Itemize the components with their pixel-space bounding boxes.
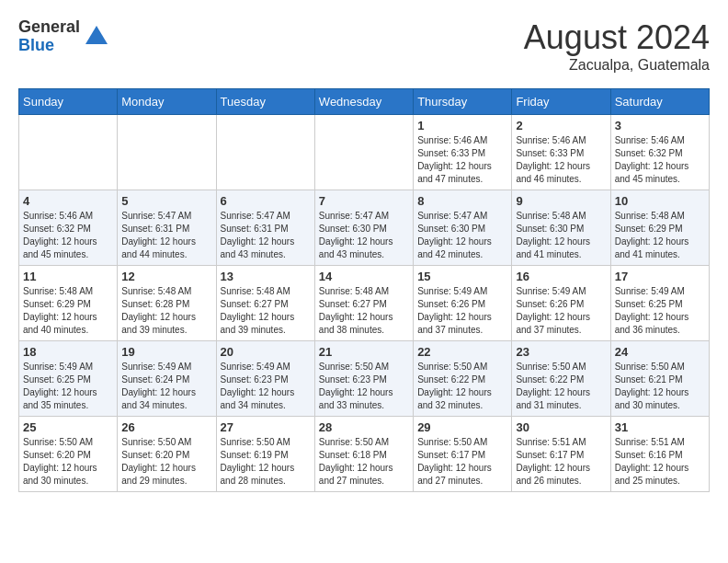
day-info: Sunrise: 5:50 AM Sunset: 6:19 PM Dayligh… [221,436,311,488]
day-number: 18 [23,345,113,359]
day-info: Sunrise: 5:47 AM Sunset: 6:30 PM Dayligh… [417,210,507,261]
calendar-header-row: SundayMondayTuesdayWednesdayThursdayFrid… [19,89,710,115]
day-info: Sunrise: 5:49 AM Sunset: 6:25 PM Dayligh… [615,285,705,337]
day-number: 11 [23,270,113,283]
logo-icon [84,24,109,50]
day-number: 4 [23,194,113,208]
calendar-cell: 9Sunrise: 5:48 AM Sunset: 6:30 PM Daylig… [512,190,610,266]
calendar-cell: 3Sunrise: 5:46 AM Sunset: 6:32 PM Daylig… [610,115,709,190]
day-number: 7 [319,194,409,208]
calendar-week-row: 4Sunrise: 5:46 AM Sunset: 6:32 PM Daylig… [19,190,710,266]
calendar-cell: 10Sunrise: 5:48 AM Sunset: 6:29 PM Dayli… [610,190,709,266]
calendar-header-saturday: Saturday [610,89,709,115]
day-number: 6 [221,194,311,208]
day-number: 15 [417,270,507,283]
day-info: Sunrise: 5:47 AM Sunset: 6:31 PM Dayligh… [221,210,311,261]
calendar-week-row: 11Sunrise: 5:48 AM Sunset: 6:29 PM Dayli… [19,266,710,341]
day-number: 22 [417,345,507,359]
day-number: 12 [121,270,211,283]
calendar-cell [216,115,314,190]
calendar-cell: 4Sunrise: 5:46 AM Sunset: 6:32 PM Daylig… [19,190,118,266]
calendar-cell: 31Sunrise: 5:51 AM Sunset: 6:16 PM Dayli… [610,417,709,492]
day-number: 17 [615,270,705,283]
day-info: Sunrise: 5:49 AM Sunset: 6:26 PM Dayligh… [417,285,507,337]
calendar-table: SundayMondayTuesdayWednesdayThursdayFrid… [18,88,710,492]
day-info: Sunrise: 5:47 AM Sunset: 6:30 PM Dayligh… [319,210,409,261]
day-info: Sunrise: 5:48 AM Sunset: 6:27 PM Dayligh… [319,285,409,337]
day-number: 26 [121,420,211,434]
calendar-cell: 26Sunrise: 5:50 AM Sunset: 6:20 PM Dayli… [118,417,216,492]
day-number: 16 [516,270,606,283]
calendar-cell: 19Sunrise: 5:49 AM Sunset: 6:24 PM Dayli… [118,341,216,417]
day-info: Sunrise: 5:46 AM Sunset: 6:32 PM Dayligh… [615,134,705,186]
title-area: August 2024 Zacualpa, Guatemala [524,18,710,74]
day-info: Sunrise: 5:50 AM Sunset: 6:22 PM Dayligh… [516,361,606,412]
day-number: 23 [516,345,606,359]
day-number: 29 [417,420,507,434]
calendar-week-row: 25Sunrise: 5:50 AM Sunset: 6:20 PM Dayli… [19,417,710,492]
calendar-header-friday: Friday [512,89,610,115]
day-number: 31 [615,420,705,434]
calendar-cell: 24Sunrise: 5:50 AM Sunset: 6:21 PM Dayli… [610,341,709,417]
calendar-cell: 13Sunrise: 5:48 AM Sunset: 6:27 PM Dayli… [216,266,314,341]
calendar-cell: 17Sunrise: 5:49 AM Sunset: 6:25 PM Dayli… [610,266,709,341]
day-number: 1 [417,119,507,132]
day-number: 2 [516,119,606,132]
day-number: 8 [417,194,507,208]
day-info: Sunrise: 5:50 AM Sunset: 6:18 PM Dayligh… [319,436,409,488]
logo-blue-text: Blue [18,37,80,55]
day-info: Sunrise: 5:51 AM Sunset: 6:17 PM Dayligh… [516,436,606,488]
calendar-header-sunday: Sunday [19,89,118,115]
day-number: 13 [221,270,311,283]
calendar-header-wednesday: Wednesday [314,89,413,115]
calendar-cell: 28Sunrise: 5:50 AM Sunset: 6:18 PM Dayli… [314,417,413,492]
location-subtitle: Zacualpa, Guatemala [524,57,710,74]
day-number: 21 [319,345,409,359]
calendar-cell: 20Sunrise: 5:49 AM Sunset: 6:23 PM Dayli… [216,341,314,417]
logo: General Blue [18,18,109,55]
day-info: Sunrise: 5:48 AM Sunset: 6:27 PM Dayligh… [221,285,311,337]
day-info: Sunrise: 5:50 AM Sunset: 6:20 PM Dayligh… [23,436,113,488]
day-info: Sunrise: 5:46 AM Sunset: 6:32 PM Dayligh… [23,210,113,261]
calendar-cell: 14Sunrise: 5:48 AM Sunset: 6:27 PM Dayli… [314,266,413,341]
calendar-cell: 15Sunrise: 5:49 AM Sunset: 6:26 PM Dayli… [414,266,512,341]
header: General Blue August 2024 Zacualpa, Guate… [18,18,710,74]
calendar-cell [19,115,118,190]
calendar-cell [118,115,216,190]
day-info: Sunrise: 5:50 AM Sunset: 6:21 PM Dayligh… [615,361,705,412]
calendar-cell: 22Sunrise: 5:50 AM Sunset: 6:22 PM Dayli… [414,341,512,417]
day-info: Sunrise: 5:50 AM Sunset: 6:20 PM Dayligh… [121,436,211,488]
day-info: Sunrise: 5:49 AM Sunset: 6:24 PM Dayligh… [121,361,211,412]
calendar-header-monday: Monday [118,89,216,115]
day-info: Sunrise: 5:50 AM Sunset: 6:17 PM Dayligh… [417,436,507,488]
day-info: Sunrise: 5:49 AM Sunset: 6:26 PM Dayligh… [516,285,606,337]
calendar-header-tuesday: Tuesday [216,89,314,115]
day-info: Sunrise: 5:49 AM Sunset: 6:25 PM Dayligh… [23,361,113,412]
day-number: 5 [121,194,211,208]
calendar-header-thursday: Thursday [414,89,512,115]
day-number: 24 [615,345,705,359]
calendar-week-row: 18Sunrise: 5:49 AM Sunset: 6:25 PM Dayli… [19,341,710,417]
calendar-cell: 27Sunrise: 5:50 AM Sunset: 6:19 PM Dayli… [216,417,314,492]
day-info: Sunrise: 5:50 AM Sunset: 6:22 PM Dayligh… [417,361,507,412]
day-info: Sunrise: 5:48 AM Sunset: 6:28 PM Dayligh… [121,285,211,337]
day-info: Sunrise: 5:46 AM Sunset: 6:33 PM Dayligh… [417,134,507,186]
calendar-cell: 21Sunrise: 5:50 AM Sunset: 6:23 PM Dayli… [314,341,413,417]
day-info: Sunrise: 5:51 AM Sunset: 6:16 PM Dayligh… [615,436,705,488]
day-number: 19 [121,345,211,359]
day-number: 3 [615,119,705,132]
calendar-cell: 18Sunrise: 5:49 AM Sunset: 6:25 PM Dayli… [19,341,118,417]
day-number: 25 [23,420,113,434]
day-info: Sunrise: 5:49 AM Sunset: 6:23 PM Dayligh… [221,361,311,412]
calendar-cell: 12Sunrise: 5:48 AM Sunset: 6:28 PM Dayli… [118,266,216,341]
day-number: 20 [221,345,311,359]
day-number: 10 [615,194,705,208]
logo-general-text: General [18,18,80,37]
calendar-cell: 25Sunrise: 5:50 AM Sunset: 6:20 PM Dayli… [19,417,118,492]
day-info: Sunrise: 5:50 AM Sunset: 6:23 PM Dayligh… [319,361,409,412]
calendar-cell: 29Sunrise: 5:50 AM Sunset: 6:17 PM Dayli… [414,417,512,492]
month-year-title: August 2024 [524,18,710,57]
calendar-cell: 8Sunrise: 5:47 AM Sunset: 6:30 PM Daylig… [414,190,512,266]
day-number: 28 [319,420,409,434]
day-number: 9 [516,194,606,208]
